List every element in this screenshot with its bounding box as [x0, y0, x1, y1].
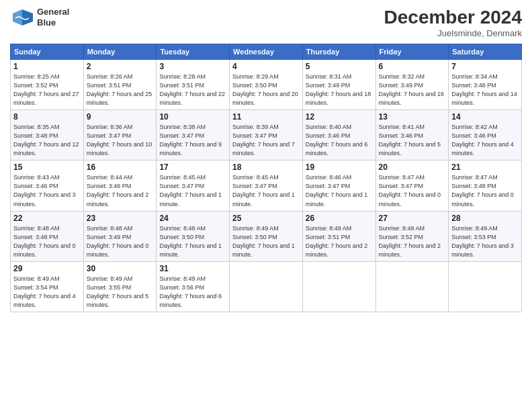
calendar-cell: 7Sunrise: 8:34 AMSunset: 3:48 PMDaylight… [449, 60, 522, 110]
day-number: 5 [306, 62, 373, 71]
day-info: Sunrise: 8:48 AMSunset: 3:49 PMDaylight:… [87, 224, 154, 259]
calendar-cell: 28Sunrise: 8:49 AMSunset: 3:53 PMDayligh… [449, 211, 522, 261]
day-number: 21 [451, 163, 519, 172]
calendar-cell: 5Sunrise: 8:31 AMSunset: 3:49 PMDaylight… [302, 60, 375, 110]
logo-text: General Blue [37, 7, 69, 28]
calendar-cell: 19Sunrise: 8:46 AMSunset: 3:47 PMDayligh… [302, 161, 375, 211]
day-info: Sunrise: 8:49 AMSunset: 3:53 PMDaylight:… [451, 224, 519, 259]
day-info: Sunrise: 8:49 AMSunset: 3:51 PMDaylight:… [306, 224, 373, 259]
day-number: 18 [232, 163, 300, 172]
day-info: Sunrise: 8:45 AMSunset: 3:47 PMDaylight:… [159, 173, 226, 208]
calendar-cell: 15Sunrise: 8:43 AMSunset: 3:46 PMDayligh… [11, 161, 84, 211]
day-number: 4 [232, 62, 300, 71]
day-info: Sunrise: 8:46 AMSunset: 3:47 PMDaylight:… [306, 173, 373, 208]
day-info: Sunrise: 8:45 AMSunset: 3:47 PMDaylight:… [232, 173, 300, 208]
day-number: 28 [451, 214, 519, 223]
day-info: Sunrise: 8:38 AMSunset: 3:47 PMDaylight:… [159, 123, 226, 158]
day-number: 3 [159, 62, 226, 71]
day-info: Sunrise: 8:44 AMSunset: 3:46 PMDaylight:… [87, 173, 154, 208]
day-number: 26 [306, 214, 373, 223]
calendar-week-row: 22Sunrise: 8:48 AMSunset: 3:48 PMDayligh… [11, 211, 522, 261]
day-number: 30 [87, 264, 154, 273]
day-number: 17 [159, 163, 226, 172]
day-info: Sunrise: 8:40 AMSunset: 3:46 PMDaylight:… [306, 123, 373, 158]
calendar-cell: 22Sunrise: 8:48 AMSunset: 3:48 PMDayligh… [11, 211, 84, 261]
day-info: Sunrise: 8:49 AMSunset: 3:52 PMDaylight:… [379, 224, 446, 259]
calendar-cell: 12Sunrise: 8:40 AMSunset: 3:46 PMDayligh… [302, 110, 375, 161]
day-number: 7 [451, 62, 519, 71]
calendar-cell: 4Sunrise: 8:29 AMSunset: 3:50 PMDaylight… [230, 60, 303, 110]
calendar-cell [449, 261, 522, 312]
day-number: 9 [87, 112, 154, 122]
day-number: 8 [13, 112, 81, 122]
header: General Blue December 2024 Juelsminde, D… [10, 7, 522, 38]
logo-icon [10, 8, 34, 27]
day-number: 23 [87, 214, 154, 223]
day-number: 29 [13, 264, 81, 273]
calendar-week-row: 1Sunrise: 8:25 AMSunset: 3:52 PMDaylight… [11, 60, 522, 110]
day-info: Sunrise: 8:49 AMSunset: 3:56 PMDaylight:… [159, 275, 226, 310]
day-info: Sunrise: 8:47 AMSunset: 3:48 PMDaylight:… [451, 173, 519, 208]
day-info: Sunrise: 8:26 AMSunset: 3:51 PMDaylight:… [87, 73, 154, 107]
day-number: 22 [13, 214, 81, 223]
calendar-cell: 2Sunrise: 8:26 AMSunset: 3:51 PMDaylight… [83, 60, 157, 110]
day-number: 27 [379, 214, 446, 223]
day-number: 1 [13, 62, 81, 71]
calendar-cell: 6Sunrise: 8:32 AMSunset: 3:49 PMDaylight… [375, 60, 449, 110]
calendar-cell: 21Sunrise: 8:47 AMSunset: 3:48 PMDayligh… [449, 161, 522, 211]
calendar-cell: 13Sunrise: 8:41 AMSunset: 3:46 PMDayligh… [375, 110, 449, 161]
calendar-cell: 27Sunrise: 8:49 AMSunset: 3:52 PMDayligh… [375, 211, 449, 261]
calendar-week-row: 8Sunrise: 8:35 AMSunset: 3:48 PMDaylight… [11, 110, 522, 161]
calendar-cell: 17Sunrise: 8:45 AMSunset: 3:47 PMDayligh… [157, 161, 230, 211]
calendar-header-day: Wednesday [230, 44, 303, 60]
day-number: 11 [232, 112, 300, 122]
calendar-cell: 24Sunrise: 8:48 AMSunset: 3:50 PMDayligh… [157, 211, 230, 261]
calendar-cell [302, 261, 375, 312]
calendar-cell: 29Sunrise: 8:49 AMSunset: 3:54 PMDayligh… [11, 261, 84, 312]
calendar-cell: 1Sunrise: 8:25 AMSunset: 3:52 PMDaylight… [11, 60, 84, 110]
day-info: Sunrise: 8:41 AMSunset: 3:46 PMDaylight:… [379, 123, 446, 158]
day-number: 14 [451, 112, 519, 122]
calendar-cell: 11Sunrise: 8:39 AMSunset: 3:47 PMDayligh… [230, 110, 303, 161]
day-number: 31 [159, 264, 226, 273]
day-info: Sunrise: 8:29 AMSunset: 3:50 PMDaylight:… [232, 73, 300, 107]
day-info: Sunrise: 8:28 AMSunset: 3:51 PMDaylight:… [159, 73, 226, 107]
day-info: Sunrise: 8:49 AMSunset: 3:55 PMDaylight:… [87, 275, 154, 310]
calendar-cell: 8Sunrise: 8:35 AMSunset: 3:48 PMDaylight… [11, 110, 84, 161]
day-number: 19 [306, 163, 373, 172]
logo: General Blue [10, 7, 69, 28]
calendar-header-day: Saturday [449, 44, 522, 60]
day-info: Sunrise: 8:42 AMSunset: 3:46 PMDaylight:… [451, 123, 519, 158]
calendar-cell: 18Sunrise: 8:45 AMSunset: 3:47 PMDayligh… [230, 161, 303, 211]
calendar-cell: 30Sunrise: 8:49 AMSunset: 3:55 PMDayligh… [83, 261, 157, 312]
day-number: 6 [379, 62, 446, 71]
day-number: 13 [379, 112, 446, 122]
calendar-header-day: Friday [375, 44, 449, 60]
day-info: Sunrise: 8:36 AMSunset: 3:47 PMDaylight:… [87, 123, 154, 158]
calendar-week-row: 15Sunrise: 8:43 AMSunset: 3:46 PMDayligh… [11, 161, 522, 211]
calendar-header-row: SundayMondayTuesdayWednesdayThursdayFrid… [11, 44, 522, 60]
day-info: Sunrise: 8:48 AMSunset: 3:48 PMDaylight:… [13, 224, 81, 259]
day-number: 10 [159, 112, 226, 122]
subtitle: Juelsminde, Denmark [384, 28, 522, 38]
day-info: Sunrise: 8:31 AMSunset: 3:49 PMDaylight:… [306, 73, 373, 107]
day-info: Sunrise: 8:35 AMSunset: 3:48 PMDaylight:… [13, 123, 81, 158]
calendar-cell [230, 261, 303, 312]
day-number: 20 [379, 163, 446, 172]
calendar-cell: 26Sunrise: 8:49 AMSunset: 3:51 PMDayligh… [302, 211, 375, 261]
calendar-table: SundayMondayTuesdayWednesdayThursdayFrid… [10, 44, 522, 312]
day-number: 12 [306, 112, 373, 122]
calendar-cell: 20Sunrise: 8:47 AMSunset: 3:47 PMDayligh… [375, 161, 449, 211]
day-number: 2 [87, 62, 154, 71]
day-info: Sunrise: 8:32 AMSunset: 3:49 PMDaylight:… [379, 73, 446, 107]
calendar-header-day: Tuesday [157, 44, 230, 60]
day-info: Sunrise: 8:49 AMSunset: 3:50 PMDaylight:… [232, 224, 300, 259]
calendar-cell: 14Sunrise: 8:42 AMSunset: 3:46 PMDayligh… [449, 110, 522, 161]
calendar-header-day: Sunday [11, 44, 84, 60]
day-info: Sunrise: 8:43 AMSunset: 3:46 PMDaylight:… [13, 173, 81, 208]
day-info: Sunrise: 8:39 AMSunset: 3:47 PMDaylight:… [232, 123, 300, 158]
calendar-cell: 10Sunrise: 8:38 AMSunset: 3:47 PMDayligh… [157, 110, 230, 161]
calendar-week-row: 29Sunrise: 8:49 AMSunset: 3:54 PMDayligh… [11, 261, 522, 312]
day-info: Sunrise: 8:48 AMSunset: 3:50 PMDaylight:… [159, 224, 226, 259]
title-block: December 2024 Juelsminde, Denmark [384, 7, 522, 38]
